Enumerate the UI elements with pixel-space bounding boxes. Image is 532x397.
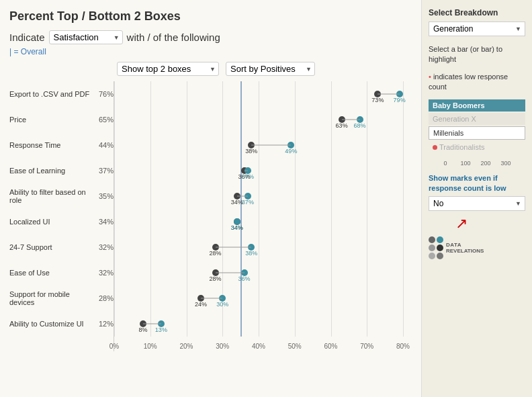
dark-label-0: 73% bbox=[371, 97, 384, 103]
x-label-5: 50% bbox=[288, 343, 302, 350]
row-pct-6: 32% bbox=[90, 243, 114, 251]
teal-label-0: 79% bbox=[394, 97, 406, 103]
overall-label: | = Overall bbox=[9, 47, 414, 56]
row-name-9: Ability to Customize UI bbox=[9, 320, 90, 328]
chart-row-2: 38%49% bbox=[114, 132, 414, 158]
x-label-6: 60% bbox=[324, 343, 337, 350]
teal-label-8: 30% bbox=[216, 301, 228, 308]
dark-label-8: 24% bbox=[195, 301, 207, 308]
sort-dropdown[interactable]: Sort by Positives Sort by Negatives Sort… bbox=[226, 62, 315, 76]
chart-row-4: 34%37% bbox=[114, 183, 414, 209]
connector-line-1 bbox=[342, 120, 360, 120]
breakdown-title: Select Breakdown bbox=[429, 8, 525, 17]
dark-label-9: 8% bbox=[138, 326, 147, 333]
row-name-0: Export to .CSV and PDF bbox=[9, 90, 90, 98]
row-name-7: Ease of Use bbox=[9, 269, 90, 277]
connector-line-7 bbox=[216, 273, 245, 273]
chart-row-6: 28%38% bbox=[114, 234, 414, 260]
brand-dot-2 bbox=[437, 236, 443, 243]
sort-wrapper[interactable]: Sort by Positives Sort by Negatives Sort… bbox=[226, 62, 315, 76]
legend-items: Baby Boomers Generation X Millenials Tra… bbox=[429, 99, 525, 153]
arrow-indicator: ↗ bbox=[455, 215, 525, 232]
legend-generation-x[interactable]: Generation X bbox=[429, 113, 525, 125]
x-label-0: 0% bbox=[109, 343, 119, 350]
satisfaction-dropdown-wrapper[interactable]: Satisfaction Loyalty Overall bbox=[49, 30, 123, 44]
dark-label-6: 28% bbox=[209, 250, 221, 257]
connector-line-8 bbox=[201, 298, 222, 299]
row-pct-0: 76% bbox=[90, 90, 114, 98]
row-pct-9: 12% bbox=[90, 320, 114, 328]
teal-label-9: 13% bbox=[155, 326, 167, 333]
row-label-7: Ease of Use32% bbox=[9, 260, 114, 285]
row-pct-7: 32% bbox=[90, 269, 114, 277]
show-boxes-wrapper[interactable]: Show top 2 boxes Show bottom 2 boxes Sho… bbox=[117, 62, 219, 76]
brand-dot-4 bbox=[437, 245, 443, 251]
x-label-3: 30% bbox=[216, 343, 229, 350]
x-label-7: 70% bbox=[360, 343, 373, 350]
bar-hint: Select a bar (or bar) to highlight bbox=[429, 44, 525, 65]
connector-line-2 bbox=[251, 145, 291, 146]
mini-x-100: 100 bbox=[455, 160, 476, 167]
teal-label-5: 34% bbox=[231, 224, 243, 231]
row-label-1: Price65% bbox=[9, 107, 114, 132]
row-label-9: Ability to Customize UI12% bbox=[9, 311, 114, 337]
indicate-prefix: Indicate bbox=[9, 32, 45, 43]
x-label-2: 20% bbox=[179, 343, 193, 350]
row-pct-5: 34% bbox=[90, 218, 114, 226]
row-pct-1: 65% bbox=[90, 116, 114, 124]
indicate-suffix: with / of the following bbox=[127, 32, 220, 43]
breakdown-dropdown[interactable]: Generation Age Region Gender bbox=[429, 21, 525, 36]
dark-label-7: 28% bbox=[209, 275, 221, 282]
chart-row-8: 24%30% bbox=[114, 285, 414, 311]
brand-dot-1 bbox=[429, 236, 435, 243]
row-label-6: 24-7 Support32% bbox=[9, 234, 114, 260]
row-pct-4: 35% bbox=[90, 192, 114, 200]
satisfaction-dropdown[interactable]: Satisfaction Loyalty Overall bbox=[49, 30, 123, 44]
legend-traditionalists[interactable]: Traditionalists bbox=[429, 141, 525, 153]
brand-dot-5 bbox=[429, 253, 435, 259]
row-label-8: Support for mobile devices28% bbox=[9, 285, 114, 311]
low-response-hint: • indicates low response count bbox=[429, 72, 525, 93]
teal-label-6: 38% bbox=[245, 250, 257, 257]
row-pct-2: 44% bbox=[90, 141, 114, 149]
dark-label-2: 38% bbox=[245, 148, 257, 155]
dark-label-1: 63% bbox=[336, 122, 348, 129]
x-label-8: 80% bbox=[396, 343, 410, 350]
brand-dot-3 bbox=[429, 245, 435, 251]
teal-label-3: 37% bbox=[242, 173, 254, 180]
marks-dropdown[interactable]: No Yes bbox=[429, 196, 525, 211]
connector-line-0 bbox=[378, 94, 399, 95]
chart-plot: 0%10%20%30%40%50%60%70%80%73%79%63%68%38… bbox=[114, 81, 414, 351]
row-name-3: Ease of Learning bbox=[9, 167, 90, 175]
row-label-2: Response Time44% bbox=[9, 132, 114, 158]
marks-dropdown-wrapper[interactable]: No Yes bbox=[429, 196, 525, 211]
traditionalists-dot bbox=[433, 145, 437, 150]
brand-line2: REVELATIONS bbox=[446, 248, 484, 254]
row-labels: Export to .CSV and PDF76%Price65%Respons… bbox=[9, 81, 114, 351]
connector-line-3 bbox=[245, 171, 248, 171]
mini-x-200: 200 bbox=[476, 160, 496, 167]
sidebar: Select Breakdown Generation Age Region G… bbox=[421, 0, 532, 397]
row-label-4: Ability to filter based on role35% bbox=[9, 183, 114, 209]
row-label-0: Export to .CSV and PDF76% bbox=[9, 81, 114, 107]
breakdown-dropdown-wrapper[interactable]: Generation Age Region Gender bbox=[429, 21, 525, 36]
row-label-3: Ease of Learning37% bbox=[9, 158, 114, 183]
mini-x-0: 0 bbox=[435, 160, 455, 167]
teal-label-1: 68% bbox=[353, 122, 365, 129]
brand-dot-6 bbox=[437, 253, 443, 259]
chart-row-0: 73%79% bbox=[114, 81, 414, 107]
teal-label-4: 37% bbox=[242, 199, 254, 206]
row-label-5: Localized UI34% bbox=[9, 209, 114, 234]
chart-row-3: 36%37% bbox=[114, 158, 414, 183]
mini-x-300: 300 bbox=[496, 160, 516, 167]
row-name-2: Response Time bbox=[9, 141, 90, 149]
x-label-1: 10% bbox=[144, 343, 157, 350]
row-pct-8: 28% bbox=[90, 294, 114, 302]
show-boxes-dropdown[interactable]: Show top 2 boxes Show bottom 2 boxes Sho… bbox=[117, 62, 219, 76]
chart-row-9: 8%13% bbox=[114, 311, 414, 337]
legend-millenials[interactable]: Millenials bbox=[429, 126, 525, 140]
teal-label-2: 49% bbox=[285, 148, 297, 155]
brand-dots bbox=[429, 236, 443, 259]
legend-baby-boomers[interactable]: Baby Boomers bbox=[429, 99, 525, 112]
mini-bar-x-axis: 0 100 200 300 bbox=[429, 160, 525, 167]
